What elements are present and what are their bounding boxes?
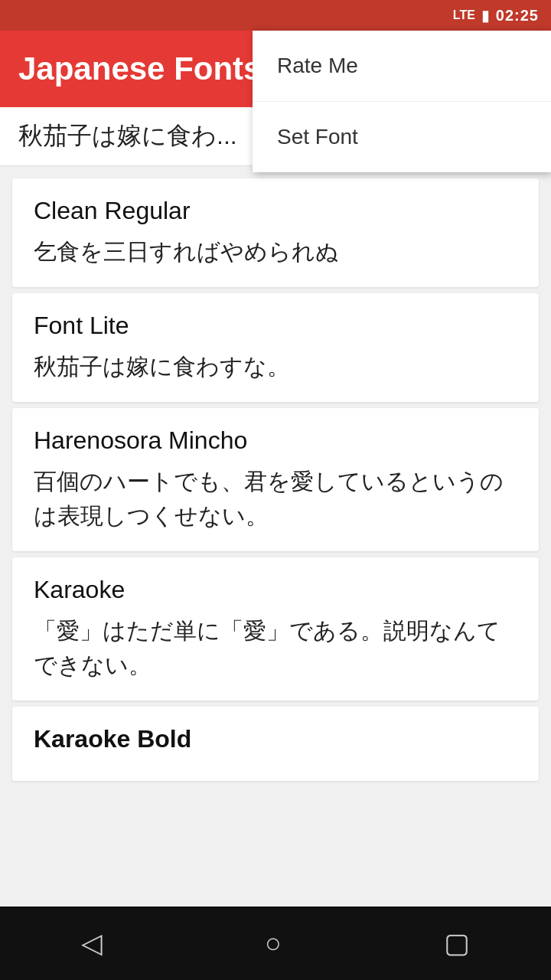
recent-icon: ▢ — [444, 929, 470, 957]
home-button[interactable]: ○ — [265, 929, 282, 957]
font-name-harenosora: Harenosora Mincho — [34, 426, 517, 455]
font-card-karaoke-bold[interactable]: Karaoke Bold — [12, 707, 539, 781]
font-sample-font-lite: 秋茄子は嫁に食わすな。 — [34, 349, 517, 384]
font-name-karaoke-bold: Karaoke Bold — [34, 725, 517, 753]
battery-icon: ▮ — [481, 6, 490, 24]
font-name-karaoke: Karaoke — [34, 576, 517, 604]
font-sample-karaoke: 「愛」はただ単に「愛」である。説明なんてできない。 — [34, 613, 517, 682]
font-card-clean-regular[interactable]: Clean Regular 乞食を三日すればやめられぬ — [12, 178, 539, 287]
back-icon: ◁ — [81, 929, 103, 957]
font-name-font-lite: Font Lite — [34, 312, 517, 340]
recent-button[interactable]: ▢ — [444, 929, 470, 957]
font-card-harenosora[interactable]: Harenosora Mincho 百個のハートでも、君を愛しているというのは表… — [12, 408, 539, 551]
back-button[interactable]: ◁ — [81, 929, 103, 957]
font-name-clean-regular: Clean Regular — [34, 197, 517, 225]
app-title: Japanese Fonts — [18, 51, 261, 87]
home-icon: ○ — [265, 929, 282, 957]
font-sample-harenosora: 百個のハートでも、君を愛しているというのは表現しつくせない。 — [34, 464, 517, 533]
time-display: 02:25 — [496, 7, 539, 24]
font-list: Clean Regular 乞食を三日すればやめられぬ Font Lite 秋茄… — [0, 172, 551, 787]
font-sample-clean-regular: 乞食を三日すればやめられぬ — [34, 234, 517, 269]
nav-bar: ◁ ○ ▢ — [0, 906, 551, 980]
dropdown-item-set-font[interactable]: Set Font — [253, 102, 551, 172]
status-icons: LTE ▮ 02:25 — [453, 6, 539, 24]
dropdown-item-rate-me[interactable]: Rate Me — [253, 31, 551, 102]
top-preview-text: 秋茄子は嫁に食わ... — [18, 122, 237, 149]
dropdown-menu: Rate Me Set Font — [253, 31, 551, 172]
font-card-karaoke[interactable]: Karaoke 「愛」はただ単に「愛」である。説明なんてできない。 — [12, 557, 539, 701]
status-bar: LTE ▮ 02:25 — [0, 0, 551, 31]
font-card-font-lite[interactable]: Font Lite 秋茄子は嫁に食わすな。 — [12, 293, 539, 402]
lte-icon: LTE — [453, 8, 475, 22]
